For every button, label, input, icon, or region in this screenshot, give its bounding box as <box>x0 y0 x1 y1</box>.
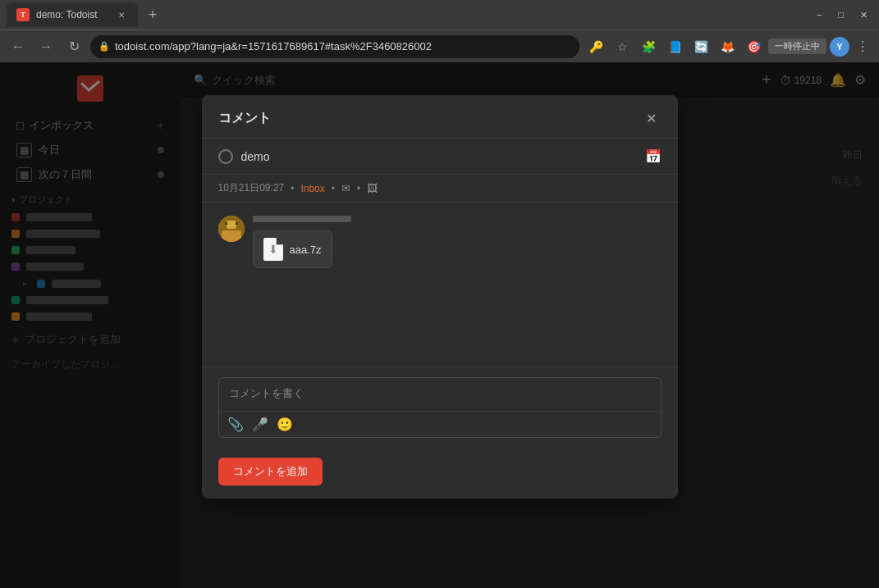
meta-image-icon[interactable]: 🖼 <box>367 182 378 194</box>
browser-titlebar: T demo: Todoist ✕ + − □ ✕ <box>0 0 879 30</box>
profile-avatar[interactable]: Y <box>830 37 849 57</box>
file-attachment[interactable]: ⬇ aaa.7z <box>253 230 332 268</box>
username-blur <box>253 216 351 222</box>
modal-input-area: コメントを書く 📎 🎤 🙂 <box>202 367 678 451</box>
avatar-image <box>218 216 245 242</box>
new-tab-button[interactable]: + <box>141 3 164 26</box>
comment-item: ⬇ aaa.7z <box>218 216 662 268</box>
browser-toolbar: ← → ↻ 🔒 todoist.com/app?lang=ja&r=157161… <box>0 30 879 62</box>
svg-rect-5 <box>236 222 238 225</box>
modal-header: コメント ✕ <box>202 95 678 139</box>
lock-icon: 🔒 <box>98 41 110 52</box>
modal-close-button[interactable]: ✕ <box>642 108 662 128</box>
extension-icon-5[interactable]: 🎯 <box>742 35 765 58</box>
browser-tab[interactable]: T demo: Todoist ✕ <box>7 2 138 27</box>
browser-chrome: T demo: Todoist ✕ + − □ ✕ ← → ↻ 🔒 todois… <box>0 0 879 62</box>
attach-file-button[interactable]: 📎 <box>227 417 244 432</box>
comment-body: ⬇ aaa.7z <box>253 216 662 268</box>
extension-icon-3[interactable]: 🔄 <box>689 35 712 58</box>
task-calendar-icon[interactable]: 📅 <box>645 148 662 164</box>
modal-overlay[interactable]: コメント ✕ demo 📅 10月21日09:27 • Inbox • ✉ • … <box>0 62 879 588</box>
file-icon: ⬇ <box>263 238 283 261</box>
back-button[interactable]: ← <box>7 35 30 58</box>
window-restore-button[interactable]: □ <box>833 8 849 21</box>
extension-icon-2[interactable]: 📘 <box>663 35 686 58</box>
refresh-button[interactable]: ↻ <box>62 35 85 58</box>
toolbar-actions: 🔑 ☆ 🧩 📘 🔄 🦊 🎯 一時停止中 Y ⋮ <box>584 35 872 58</box>
pause-badge: 一時停止中 <box>768 39 826 54</box>
meta-inbox-badge: Inbox <box>300 183 324 194</box>
meta-date: 10月21日09:27 <box>218 181 285 195</box>
task-complete-checkbox[interactable] <box>218 149 233 164</box>
modal-meta: 10月21日09:27 • Inbox • ✉ • 🖼 <box>202 175 678 203</box>
task-name: demo <box>241 150 637 163</box>
modal-footer: コメントを追加 <box>202 451 678 499</box>
extension-icon-4[interactable]: 🦊 <box>716 35 739 58</box>
svg-rect-4 <box>225 222 227 225</box>
extension-icon-1[interactable]: 🧩 <box>637 35 660 58</box>
window-close-button[interactable]: ✕ <box>855 8 872 22</box>
file-name: aaa.7z <box>290 244 322 256</box>
modal-task-section: demo 📅 <box>202 139 678 175</box>
comment-placeholder: コメントを書く <box>229 387 304 399</box>
star-icon[interactable]: ☆ <box>611 35 634 58</box>
emoji-button[interactable]: 🙂 <box>277 417 293 432</box>
meta-separator-3: • <box>357 183 360 194</box>
browser-menu-button[interactable]: ⋮ <box>853 39 872 54</box>
svg-rect-3 <box>222 230 241 242</box>
window-minimize-button[interactable]: − <box>812 8 826 21</box>
tab-title: demo: Todoist <box>36 9 98 21</box>
meta-separator-2: • <box>332 183 335 194</box>
tab-favicon: T <box>16 8 30 21</box>
forward-button[interactable]: → <box>34 35 57 58</box>
comment-avatar <box>218 216 245 242</box>
comment-input-toolbar: 📎 🎤 🙂 <box>219 411 661 437</box>
modal-comments-area: ⬇ aaa.7z <box>202 203 678 367</box>
modal-title: コメント <box>218 110 271 127</box>
tab-close-button[interactable]: ✕ <box>115 8 128 21</box>
comment-input-box: コメントを書く 📎 🎤 🙂 <box>218 377 662 438</box>
mic-button[interactable]: 🎤 <box>252 417 268 432</box>
url-text: todoist.com/app?lang=ja&r=1571617689617#… <box>115 40 432 52</box>
svg-rect-2 <box>227 221 236 229</box>
comment-input-field[interactable]: コメントを書く <box>219 378 661 411</box>
submit-comment-button[interactable]: コメントを追加 <box>218 458 323 485</box>
meta-email-icon[interactable]: ✉ <box>341 182 350 194</box>
window-controls: − □ ✕ <box>812 8 872 22</box>
comment-modal: コメント ✕ demo 📅 10月21日09:27 • Inbox • ✉ • … <box>202 95 678 499</box>
meta-separator-1: • <box>291 183 294 194</box>
key-icon[interactable]: 🔑 <box>584 35 607 58</box>
address-bar[interactable]: 🔒 todoist.com/app?lang=ja&r=157161768961… <box>90 35 579 58</box>
